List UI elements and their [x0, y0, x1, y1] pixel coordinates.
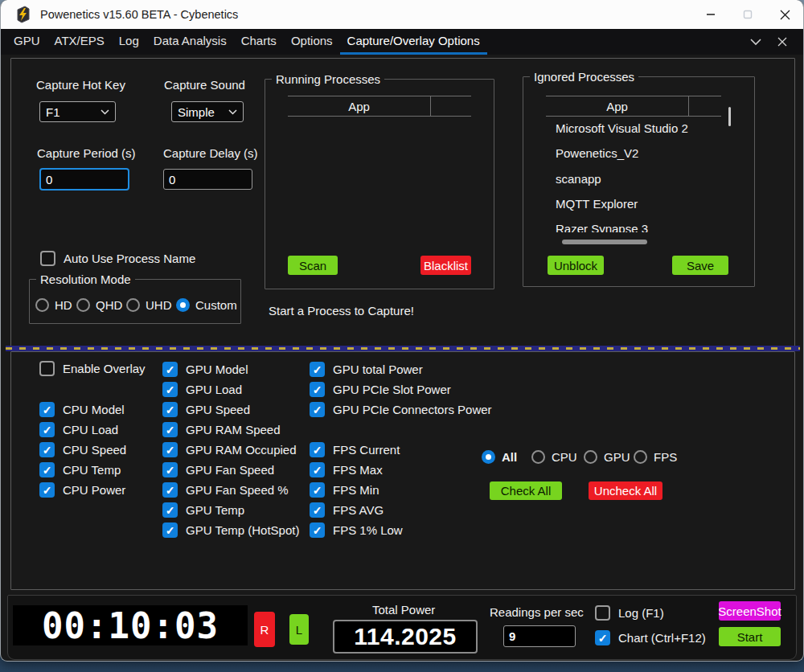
fps-current-checkbox[interactable] [310, 442, 325, 457]
fps-1pct-low-checkbox[interactable] [310, 522, 325, 538]
scope-gpu-radio[interactable] [584, 450, 597, 464]
scope-cpu-radio[interactable] [531, 450, 545, 464]
gpu-temp-checkbox[interactable] [162, 502, 178, 518]
record-r-button[interactable]: R [254, 612, 275, 647]
readings-per-sec-input[interactable]: 9 [503, 625, 576, 647]
auto-use-process-name-checkbox[interactable] [40, 251, 55, 266]
capture-delay-input[interactable]: 0 [163, 169, 252, 190]
log-f1-checkbox[interactable] [595, 605, 610, 621]
check-all-button[interactable]: Check All [490, 481, 562, 500]
cpu-speed-checkbox[interactable] [39, 442, 55, 457]
resolution-mode-title: Resolution Mode [36, 272, 135, 286]
cpu-model-checkbox[interactable] [39, 402, 55, 417]
gpu-pcie-connectors-power-checkbox[interactable] [310, 402, 325, 417]
tab-data-analysis[interactable]: Data Analysis [146, 29, 234, 55]
close-icon [780, 10, 790, 20]
cpu-power-checkbox[interactable] [39, 482, 55, 498]
scope-fps-radio[interactable] [634, 450, 647, 464]
cpu-load-checkbox[interactable] [39, 422, 55, 437]
ignored-processes-title: Ignored Processes [530, 70, 638, 84]
capture-sound-label: Capture Sound [164, 78, 245, 92]
scope-all-label: All [502, 450, 517, 464]
resolution-hd-label: HD [55, 298, 72, 312]
list-item[interactable]: Microsoft Visual Studio 2 [556, 121, 688, 135]
gpu-fan-speed-checkbox[interactable] [162, 462, 178, 477]
tab-close-icon[interactable] [777, 37, 787, 47]
gpu-load-label: GPU Load [186, 383, 242, 396]
scope-gpu-label: GPU [604, 450, 630, 464]
gpu-ram-speed-checkbox[interactable] [162, 422, 178, 437]
enable-overlay-label: Enable Overlay [63, 362, 146, 375]
resolution-hd-radio[interactable] [35, 298, 49, 312]
log-f1-label: Log (F1) [618, 606, 664, 620]
minimize-button[interactable] [692, 0, 729, 29]
tab-atx-eps[interactable]: ATX/EPS [47, 29, 112, 55]
screenshot-button[interactable]: ScreenShot [719, 601, 781, 621]
ignored-processes-list: Microsoft Visual Studio 2 Powenetics_V2 … [556, 120, 690, 232]
scan-button[interactable]: Scan [288, 256, 338, 275]
maximize-button[interactable] [729, 0, 766, 29]
list-item[interactable]: scanapp [556, 172, 601, 186]
auto-use-process-name-label: Auto Use Process Name [64, 252, 195, 265]
cpu-temp-label: CPU Temp [63, 463, 121, 477]
log-l-button[interactable]: L [289, 614, 309, 645]
enable-overlay-checkbox[interactable] [39, 361, 55, 376]
fps-current-label: FPS Current [333, 443, 400, 457]
gpu-model-checkbox[interactable] [162, 362, 178, 377]
chart-ctrl-f12-checkbox[interactable] [595, 630, 610, 645]
gpu-ram-occupied-checkbox[interactable] [162, 442, 178, 457]
fps-avg-checkbox[interactable] [310, 502, 325, 518]
ignored-horizontal-scrollbar[interactable] [562, 240, 647, 244]
gpu-pcie-connectors-power-label: GPU PCIe Connectors Power [333, 403, 492, 416]
tab-options[interactable]: Options [284, 29, 340, 55]
list-item[interactable]: MQTT Explorer [556, 197, 638, 211]
list-item[interactable]: Razer Synapse 3 [556, 222, 648, 232]
chevron-down-icon[interactable] [750, 39, 761, 46]
app-window: Powenetics v15.60 BETA - Cybenetics GPU … [0, 0, 804, 662]
cpu-temp-checkbox[interactable] [39, 462, 55, 477]
gpu-total-power-label: GPU total Power [333, 363, 423, 376]
scope-all-radio[interactable] [482, 450, 495, 464]
capture-sound-select[interactable]: Simple [171, 101, 244, 122]
scope-cpu-label: CPU [552, 450, 577, 464]
start-button[interactable]: Start [719, 627, 781, 646]
gpu-temp-hotspot-checkbox[interactable] [162, 522, 178, 538]
unblock-button[interactable]: Unblock [548, 256, 604, 275]
running-processes-title: Running Processes [272, 72, 384, 86]
close-button[interactable] [766, 0, 803, 29]
window-title: Powenetics v15.60 BETA - Cybenetics [40, 8, 238, 21]
gpu-fan-speed-pct-checkbox[interactable] [162, 482, 178, 498]
capture-hint-text: Start a Process to Capture! [269, 304, 414, 318]
tab-gpu[interactable]: GPU [14, 29, 47, 55]
chevron-down-icon [100, 109, 109, 115]
gpu-temp-hotspot-label: GPU Temp (HotSpot) [186, 523, 299, 537]
gpu-speed-checkbox[interactable] [162, 402, 178, 417]
list-item[interactable]: Powenetics_V2 [556, 146, 638, 160]
resolution-qhd-label: QHD [96, 298, 122, 312]
uncheck-all-button[interactable]: Uncheck All [589, 481, 662, 500]
capture-period-input[interactable]: 0 [39, 168, 129, 191]
section-separator [6, 346, 800, 351]
tab-capture-overlay-options[interactable]: Capture/Overlay Options [340, 29, 487, 55]
fps-avg-label: FPS AVG [333, 503, 384, 517]
fps-max-checkbox[interactable] [310, 462, 325, 477]
fps-min-checkbox[interactable] [310, 482, 325, 498]
ignored-vertical-scrollbar[interactable] [728, 107, 731, 126]
gpu-model-label: GPU Model [186, 363, 248, 376]
tab-charts[interactable]: Charts [234, 29, 284, 55]
blacklist-button[interactable]: Blacklist [420, 256, 471, 275]
resolution-uhd-radio[interactable] [126, 298, 140, 312]
gpu-pcie-slot-power-checkbox[interactable] [310, 382, 325, 397]
fps-1pct-low-label: FPS 1% Low [333, 523, 403, 537]
resolution-custom-radio[interactable] [176, 298, 190, 312]
save-button[interactable]: Save [672, 256, 728, 275]
tab-log[interactable]: Log [112, 29, 146, 55]
cpu-load-label: CPU Load [63, 423, 118, 436]
gpu-total-power-checkbox[interactable] [310, 362, 325, 377]
capture-hotkey-select[interactable]: F1 [39, 101, 116, 122]
resolution-uhd-label: UHD [146, 298, 172, 312]
gpu-load-checkbox[interactable] [162, 382, 178, 397]
resolution-qhd-radio[interactable] [76, 298, 90, 312]
capture-period-label: Capture Period (s) [37, 146, 136, 160]
elapsed-time-display: 00:10:03 [13, 605, 248, 645]
